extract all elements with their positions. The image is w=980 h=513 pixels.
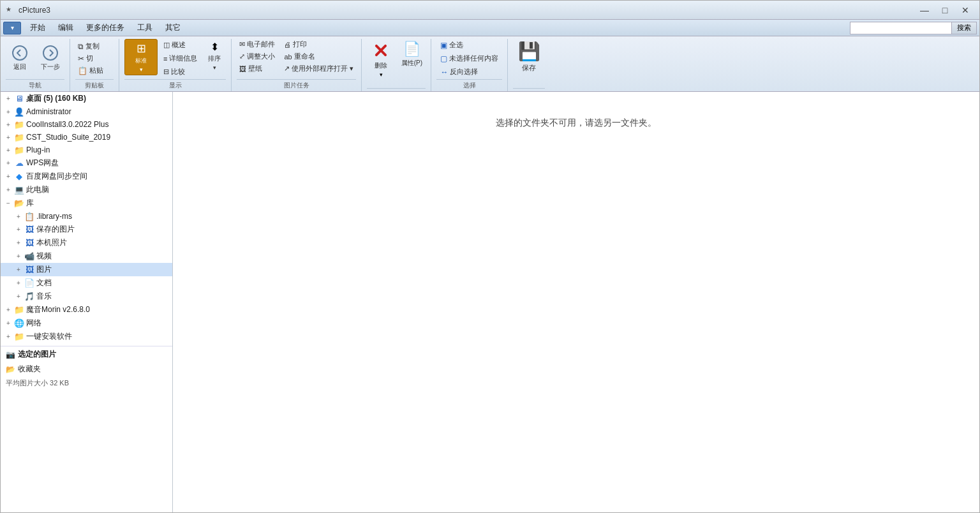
app-menu-button[interactable]: ▾ [3,22,21,34]
compare-label: 比较 [171,67,185,77]
paste-button[interactable]: 📋 粘贴 [75,65,114,76]
invert-select-label: 反向选择 [450,67,478,77]
wallpaper-button[interactable]: 🖼 壁纸 [237,63,278,74]
expand-music-icon[interactable]: + [13,292,24,302]
sidebar-item-thispc[interactable]: + 💻 此电脑 [1,183,172,197]
sort-label: 排序 [208,54,221,63]
expand-plugin-icon[interactable]: + [3,145,13,155]
select-all-button[interactable]: ▣ 全选 [436,39,467,51]
desktop-icon: 🖥 [13,94,25,104]
print-label: 打印 [293,40,307,49]
svg-point-0 [13,46,27,60]
expand-wps-icon[interactable]: + [3,158,13,168]
expand-pictures-icon[interactable]: + [13,265,24,275]
sort-button[interactable]: ⬍ 排序 ▾ [203,39,226,73]
sidebar-item-camera[interactable]: + 🖼 本机照片 [1,236,172,249]
thumbnail-label: 标准 [135,57,147,65]
rename-button[interactable]: ab 重命名 [281,51,356,62]
expand-camera-icon[interactable]: + [13,238,24,248]
sidebar-item-desktop[interactable]: + 🖥 桌面 (5) (160 KB) [1,92,172,105]
maximize-button[interactable]: □ [936,4,954,17]
selected-pictures-label: 📷 选定的图片 [1,346,172,362]
open-with-dropdown: ▾ [350,64,353,73]
expand-moyin-icon[interactable]: + [3,305,13,315]
thumbnail-dropdown: ▾ [140,66,143,73]
expand-baidu-icon[interactable]: + [3,172,13,182]
pictures-icon: 🖼 [24,265,35,275]
cut-button[interactable]: ✂ 切 [75,53,114,64]
expand-desktop-icon[interactable]: + [3,94,13,104]
sidebar-item-video[interactable]: + 📹 视频 [1,249,172,263]
expand-savedpics-icon[interactable]: + [13,225,24,235]
expand-admin-icon[interactable]: + [3,107,13,117]
email-button[interactable]: ✉ 电子邮件 [237,39,278,50]
search-button[interactable]: 搜索 [952,22,977,34]
expand-onekey-icon[interactable]: + [3,332,13,342]
expand-cool-icon[interactable]: + [3,119,13,130]
delete-icon [371,41,390,60]
open-with-button[interactable]: ↗ 使用外部程序打开 ▾ [281,63,356,74]
expand-cst-icon[interactable]: + [3,132,13,142]
menu-edit[interactable]: 编辑 [52,21,80,34]
detail-button[interactable]: ≡ 详细信息 [160,52,200,64]
search-input[interactable] [850,22,952,34]
sidebar-item-network[interactable]: + 🌐 网络 [1,316,172,330]
expand-docs-icon[interactable]: + [13,278,24,288]
lms-label: .library-ms [35,212,172,221]
clipboard-group-label: 剪贴板 [75,79,114,91]
resize-button[interactable]: ⤢ 调整大小 [237,51,278,62]
compare-button[interactable]: ⊟ 比较 [160,66,200,78]
camera-icon: 🖼 [24,238,35,248]
overview-button[interactable]: ◫ 概述 [160,39,200,51]
overview-icon: ◫ [163,41,170,49]
svg-point-1 [43,46,57,60]
back-button[interactable]: 返回 [6,39,34,77]
email-icon: ✉ [239,40,245,48]
menu-start[interactable]: 开始 [24,21,52,34]
expand-lms-icon[interactable]: + [13,211,24,221]
back-label: 返回 [13,63,26,71]
sidebar-item-music[interactable]: + 🎵 音乐 [1,290,172,303]
thumbnail-view-button[interactable]: ⊞ 标准 ▾ [124,39,158,75]
sidebar-item-libraryms[interactable]: + 📋 .library-ms [1,210,172,223]
sidebar-item-cst[interactable]: + 📁 CST_Studio_Suite_2019 [1,131,172,144]
save-button[interactable]: 💾 保存 [513,39,545,75]
library-icon: 📂 [13,198,25,209]
sidebar-item-pictures[interactable]: + 🖼 图片 [1,263,172,276]
sidebar-item-administrator[interactable]: + 👤 Administrator [1,105,172,118]
close-button[interactable]: ✕ [956,4,974,17]
sidebar-item-docs[interactable]: + 📄 文档 [1,276,172,290]
thumbnail-icon: ⊞ [137,41,146,56]
menu-more-tasks[interactable]: 更多的任务 [80,21,131,34]
select-all-label: 全选 [449,40,463,50]
delete-button[interactable]: 删除 ▾ [367,39,395,80]
sidebar-item-moyin[interactable]: + 📁 魔音Morin v2.6.8.0 [1,303,172,316]
title-bar: ★ cPicture3 — □ ✕ [1,1,979,20]
expand-video-icon[interactable]: + [13,251,24,262]
expand-pc-icon[interactable]: + [3,185,13,195]
menu-other[interactable]: 其它 [159,21,187,34]
display-group-label: 显示 [124,79,226,91]
expand-library-icon[interactable]: − [3,198,13,209]
sidebar-item-saved-pics[interactable]: + 🖼 保存的图片 [1,223,172,236]
invert-select-button[interactable]: ↔ 反向选择 [436,66,482,78]
minimize-button[interactable]: — [916,4,933,17]
sidebar-item-wps[interactable]: + ☁ WPS网盘 [1,156,172,170]
props-button[interactable]: 📄 属性(P) [397,39,426,70]
sidebar-item-onekey[interactable]: + 📁 一键安装软件 [1,330,172,343]
select-none-button[interactable]: ▢ 未选择任何内容 [436,52,502,64]
print-button[interactable]: 🖨 打印 [281,39,356,50]
camera-label: 本机照片 [35,237,172,248]
sidebar-item-plugin[interactable]: + 📁 Plug-in [1,144,172,156]
copy-label: 复制 [85,41,100,51]
sidebar-item-coolinstall[interactable]: + 📁 CoolInstall3.0.2022 Plus [1,118,172,131]
select-all-icon: ▣ [440,41,447,50]
copy-button[interactable]: ⧉ 复制 [75,41,114,52]
sidebar-item-baidu[interactable]: + ◆ 百度网盘同步空间 [1,170,172,183]
sidebar-item-library[interactable]: − 📂 库 [1,197,172,210]
detail-icon: ≡ [163,55,167,63]
forward-button[interactable]: 下一步 [36,39,64,77]
expand-network-icon[interactable]: + [3,318,13,329]
menu-tools[interactable]: 工具 [131,21,159,34]
main-window: ★ cPicture3 — □ ✕ ▾ 开始 编辑 更多的任务 工具 其它 搜索 [0,0,980,513]
